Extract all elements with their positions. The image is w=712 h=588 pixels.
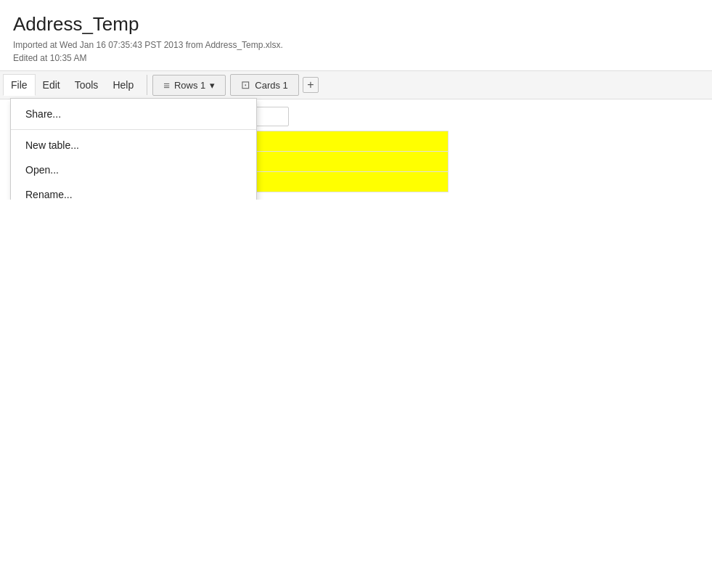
- edit-info: Edited at 10:35 AM: [13, 52, 699, 65]
- menu-item-open[interactable]: Open...: [11, 158, 256, 182]
- tab-cards1[interactable]: ⊡ Cards 1: [230, 74, 299, 96]
- import-info: Imported at Wed Jan 16 07:35:43 PST 2013…: [13, 38, 699, 52]
- toolbar-separator: [147, 75, 147, 95]
- divider-1: [11, 129, 256, 130]
- page-subtitle: Imported at Wed Jan 16 07:35:43 PST 2013…: [13, 38, 699, 65]
- menu-tools[interactable]: Tools: [67, 75, 106, 95]
- menu-item-new-table[interactable]: New table...: [11, 133, 256, 158]
- menu-item-share[interactable]: Share...: [11, 102, 256, 126]
- menu-edit[interactable]: Edit: [36, 75, 67, 95]
- page-title: Address_Temp: [13, 13, 699, 36]
- rows-dropdown-arrow: ▾: [210, 80, 215, 91]
- file-dropdown-menu: Share... New table... Open... Rename... …: [10, 98, 257, 200]
- toolbar: File Edit Tools Help ≡ Rows 1 ▾ ⊡ Cards …: [0, 70, 712, 99]
- tab-cards1-label: Cards 1: [255, 80, 288, 91]
- tab-rows1-label: Rows 1: [174, 80, 205, 91]
- cards-icon: ⊡: [241, 78, 250, 91]
- page-header: Address_Temp Imported at Wed Jan 16 07:3…: [0, 0, 712, 70]
- menu-file[interactable]: File: [3, 74, 36, 96]
- rows-icon: ≡: [163, 79, 170, 91]
- menu-item-rename[interactable]: Rename...: [11, 182, 256, 200]
- menu-bar: File Edit Tools Help: [0, 74, 144, 96]
- tab-rows1[interactable]: ≡ Rows 1 ▾: [152, 75, 226, 96]
- menu-help[interactable]: Help: [105, 75, 141, 95]
- tab-add-button[interactable]: +: [303, 77, 319, 93]
